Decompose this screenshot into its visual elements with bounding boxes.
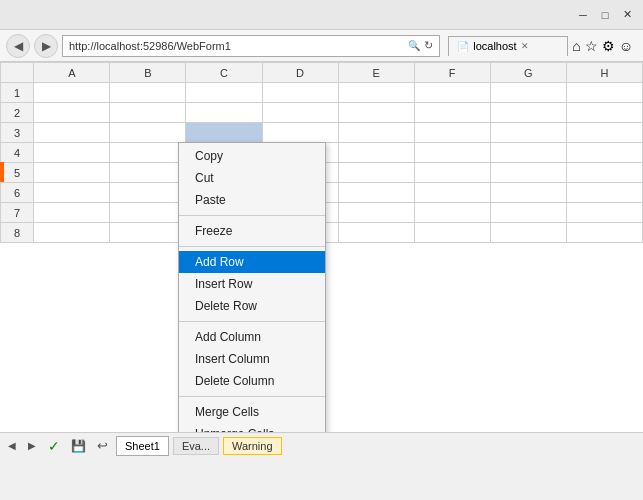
col-header-h[interactable]: H: [566, 63, 642, 83]
cell-c1[interactable]: [186, 83, 262, 103]
menu-item-cut[interactable]: Cut: [179, 167, 325, 189]
cell-e2[interactable]: [338, 103, 414, 123]
cell-f2[interactable]: [414, 103, 490, 123]
cell-b8[interactable]: [110, 223, 186, 243]
cell-e8[interactable]: [338, 223, 414, 243]
cell-f5[interactable]: [414, 163, 490, 183]
cell-a3[interactable]: [34, 123, 110, 143]
menu-item-add-row[interactable]: Add Row: [179, 251, 325, 273]
cell-e4[interactable]: [338, 143, 414, 163]
cell-c3[interactable]: [186, 123, 262, 143]
cell-b7[interactable]: [110, 203, 186, 223]
cell-a8[interactable]: [34, 223, 110, 243]
cell-c2[interactable]: [186, 103, 262, 123]
col-header-e[interactable]: E: [338, 63, 414, 83]
menu-separator-2: [179, 246, 325, 247]
evaluate-tab[interactable]: Eva...: [173, 437, 219, 455]
cell-h4[interactable]: [566, 143, 642, 163]
browser-tab[interactable]: 📄 localhost ✕: [448, 36, 568, 56]
cell-d3[interactable]: [262, 123, 338, 143]
cell-g3[interactable]: [490, 123, 566, 143]
menu-item-paste[interactable]: Paste: [179, 189, 325, 211]
cell-g5[interactable]: [490, 163, 566, 183]
cell-b2[interactable]: [110, 103, 186, 123]
col-header-b[interactable]: B: [110, 63, 186, 83]
cell-h3[interactable]: [566, 123, 642, 143]
home-icon[interactable]: ⌂: [572, 38, 580, 54]
cell-b1[interactable]: [110, 83, 186, 103]
cell-b5[interactable]: [110, 163, 186, 183]
save-button[interactable]: 💾: [68, 436, 88, 456]
row-header-8: 8: [1, 223, 34, 243]
cell-f6[interactable]: [414, 183, 490, 203]
menu-item-add-column[interactable]: Add Column: [179, 326, 325, 348]
cell-g2[interactable]: [490, 103, 566, 123]
menu-item-unmerge-cells[interactable]: Unmerge Cells: [179, 423, 325, 432]
col-header-a[interactable]: A: [34, 63, 110, 83]
menu-item-insert-row[interactable]: Insert Row: [179, 273, 325, 295]
cell-f4[interactable]: [414, 143, 490, 163]
menu-item-freeze[interactable]: Freeze: [179, 220, 325, 242]
close-button[interactable]: ✕: [619, 7, 635, 23]
cell-g4[interactable]: [490, 143, 566, 163]
row-header-4: 4: [1, 143, 34, 163]
col-header-d[interactable]: D: [262, 63, 338, 83]
cell-a5[interactable]: [34, 163, 110, 183]
tab-close-button[interactable]: ✕: [521, 41, 529, 51]
cell-a7[interactable]: [34, 203, 110, 223]
cell-h1[interactable]: [566, 83, 642, 103]
menu-item-copy[interactable]: Copy: [179, 145, 325, 167]
cell-g1[interactable]: [490, 83, 566, 103]
cell-g7[interactable]: [490, 203, 566, 223]
cell-e7[interactable]: [338, 203, 414, 223]
column-headers: A B C D E F G H: [1, 63, 643, 83]
cell-a2[interactable]: [34, 103, 110, 123]
cell-h5[interactable]: [566, 163, 642, 183]
star-icon[interactable]: ☆: [585, 38, 598, 54]
cell-b3[interactable]: [110, 123, 186, 143]
cell-a6[interactable]: [34, 183, 110, 203]
prev-sheet-button[interactable]: ◀: [4, 438, 20, 454]
col-header-c[interactable]: C: [186, 63, 262, 83]
cell-h2[interactable]: [566, 103, 642, 123]
settings-icon[interactable]: ⚙: [602, 38, 615, 54]
cell-h7[interactable]: [566, 203, 642, 223]
cell-a4[interactable]: [34, 143, 110, 163]
menu-item-merge-cells[interactable]: Merge Cells: [179, 401, 325, 423]
back-button[interactable]: ◀: [6, 34, 30, 58]
url-field[interactable]: http://localhost:52986/WebForm1 🔍 ↻: [62, 35, 440, 57]
check-button[interactable]: ✓: [44, 436, 64, 456]
sheet1-tab[interactable]: Sheet1: [116, 436, 169, 456]
cell-b4[interactable]: [110, 143, 186, 163]
cell-e3[interactable]: [338, 123, 414, 143]
col-header-g[interactable]: G: [490, 63, 566, 83]
cell-e6[interactable]: [338, 183, 414, 203]
cell-f1[interactable]: [414, 83, 490, 103]
cell-d2[interactable]: [262, 103, 338, 123]
next-sheet-button[interactable]: ▶: [24, 438, 40, 454]
cell-g6[interactable]: [490, 183, 566, 203]
emoji-icon[interactable]: ☺: [619, 38, 633, 54]
menu-item-delete-column[interactable]: Delete Column: [179, 370, 325, 392]
cell-a1[interactable]: [34, 83, 110, 103]
cell-f8[interactable]: [414, 223, 490, 243]
cell-e1[interactable]: [338, 83, 414, 103]
col-header-f[interactable]: F: [414, 63, 490, 83]
cell-f7[interactable]: [414, 203, 490, 223]
cell-d1[interactable]: [262, 83, 338, 103]
cell-b6[interactable]: [110, 183, 186, 203]
refresh-icon[interactable]: ↻: [424, 39, 433, 52]
cell-h6[interactable]: [566, 183, 642, 203]
undo-button[interactable]: ↩: [92, 436, 112, 456]
cell-h8[interactable]: [566, 223, 642, 243]
tab-label: localhost: [473, 40, 516, 52]
cell-f3[interactable]: [414, 123, 490, 143]
maximize-button[interactable]: □: [597, 7, 613, 23]
forward-button[interactable]: ▶: [34, 34, 58, 58]
cell-g8[interactable]: [490, 223, 566, 243]
cell-e5[interactable]: [338, 163, 414, 183]
menu-item-delete-row[interactable]: Delete Row: [179, 295, 325, 317]
minimize-button[interactable]: ─: [575, 7, 591, 23]
menu-item-insert-column[interactable]: Insert Column: [179, 348, 325, 370]
menu-separator-4: [179, 396, 325, 397]
